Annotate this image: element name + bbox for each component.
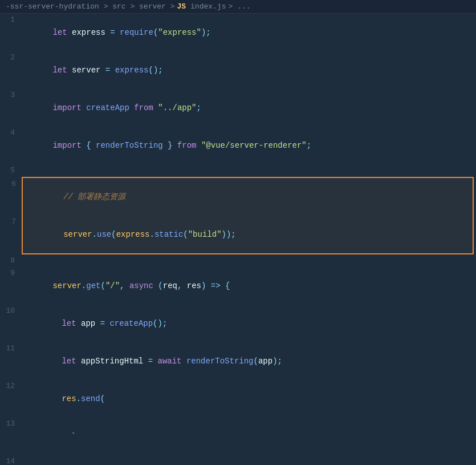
code-line-1: 1 let express = require("express"); <box>0 14 476 51</box>
code-editor: 1 let express = require("express"); 2 le… <box>0 14 476 465</box>
static-resource-block: 6 // 部署静态资源 7 server.use(express.static(… <box>22 177 474 254</box>
code-line-4: 4 import { renderToString } from "@vue/s… <box>0 127 476 164</box>
code-line-7: 7 server.use(express.static("build")); <box>1 216 473 253</box>
code-line-5: 5 <box>0 164 476 177</box>
breadcrumb-file: index.js <box>190 2 226 11</box>
breadcrumb-bar: -ssr-server-hydration > src > server > J… <box>0 0 476 14</box>
code-line-13: 13 ` <box>0 418 476 455</box>
code-line-14: 14 <!DOCTYPE html> <box>0 455 476 465</box>
breadcrumb-more: > ... <box>228 2 250 11</box>
code-line-10: 10 let app = createApp(); <box>0 305 476 342</box>
code-line-11: 11 let appStringHtml = await renderToStr… <box>0 342 476 380</box>
code-line-2: 2 let server = express(); <box>0 51 476 89</box>
code-line-6: 6 // 部署静态资源 <box>1 178 473 216</box>
code-line-3: 3 import createApp from "../app"; <box>0 89 476 127</box>
code-line-12: 12 res.send( <box>0 380 476 418</box>
code-line-9: 9 server.get("/", async (req, res) => { <box>0 267 476 305</box>
breadcrumb-js-label: JS <box>177 2 186 11</box>
breadcrumb-path: -ssr-server-hydration > src > server > <box>6 2 174 11</box>
code-line-8: 8 <box>0 254 476 267</box>
